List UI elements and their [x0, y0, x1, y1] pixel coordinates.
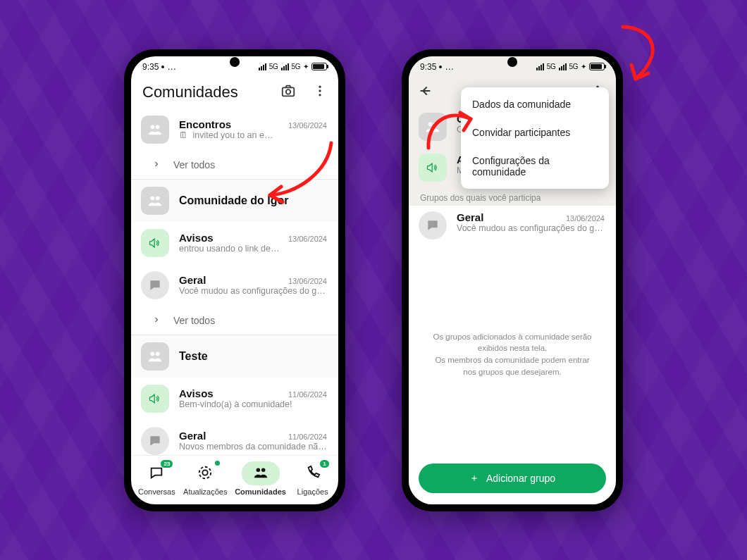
nav-label: Ligações: [297, 487, 328, 496]
chat-name: Encontros: [179, 118, 231, 130]
community-avatar-icon: [141, 187, 169, 215]
lock-icon: 🗓: [179, 130, 188, 140]
nav-updates[interactable]: Atualizações: [183, 461, 227, 496]
community-avatar-icon: [141, 116, 169, 144]
svg-point-14: [261, 468, 265, 472]
more-icon[interactable]: [313, 84, 327, 101]
communities-icon: [253, 465, 268, 480]
phone-screen-left: 9:35 … 5G 5G ✦ Comunidades: [131, 56, 338, 504]
svg-point-11: [203, 470, 208, 475]
status-cloud-icon: …: [167, 62, 176, 71]
status-wifi-icon: ✦: [303, 63, 309, 70]
chevron-right-icon: [152, 159, 161, 170]
info-line-1: Os grupos adicionados à comunidade serão…: [430, 331, 595, 354]
svg-point-1: [286, 89, 290, 94]
section-heading: Grupos dos quais você participa: [409, 189, 616, 206]
status-radio-1: 5G: [269, 63, 278, 70]
page-title: Comunidades: [142, 83, 238, 101]
camera-punchhole: [507, 57, 517, 67]
status-radio-2: 5G: [292, 63, 301, 70]
info-line-2: Os membros da comunidade podem entrar no…: [430, 354, 595, 378]
svg-point-7: [150, 196, 154, 200]
svg-point-6: [156, 125, 160, 129]
community-avatar-icon: [141, 342, 169, 371]
chat-preview: entrou usando o link de…: [179, 244, 327, 254]
svg-point-5: [150, 125, 154, 129]
camera-icon[interactable]: [280, 83, 296, 101]
nav-label: Conversas: [138, 487, 175, 496]
signal-icon-2: [281, 63, 289, 70]
nav-label: Atualizações: [183, 487, 227, 496]
announce-icon: [141, 385, 169, 413]
chat-date: 13/06/2024: [288, 235, 327, 243]
battery-icon: [311, 63, 327, 70]
see-all-label: Ver todos: [173, 315, 215, 326]
svg-point-13: [256, 468, 260, 472]
back-arrow-icon[interactable]: [417, 83, 433, 101]
add-group-label: Adicionar grupo: [486, 473, 555, 484]
camera-punchhole: [230, 57, 240, 67]
svg-point-9: [150, 351, 154, 356]
status-wifi-icon: ✦: [581, 63, 586, 70]
status-time: 9:35: [420, 62, 436, 72]
chat-preview: Novos membros da comunidade não serã…: [179, 442, 327, 452]
chat-name: Geral: [179, 430, 206, 442]
status-radio-2: 5G: [569, 63, 579, 70]
annotation-arrow-1: [257, 137, 342, 215]
chat-name: Avisos: [179, 232, 214, 244]
phone-icon: [305, 465, 321, 480]
svg-rect-0: [283, 87, 295, 96]
see-all-label: Ver todos: [173, 159, 215, 170]
community-header-row[interactable]: Teste: [131, 335, 338, 378]
phone-frame-left: 9:35 … 5G 5G ✦ Comunidades: [124, 49, 345, 511]
see-all-link[interactable]: Ver todos: [131, 306, 338, 335]
bottom-nav: 23 Conversas Atualizações Comunidades: [131, 455, 338, 504]
svg-point-8: [156, 196, 160, 200]
geral-row[interactable]: Geral 13/06/2024 Você mudou as configura…: [409, 206, 616, 247]
nav-calls[interactable]: 1 Ligações: [294, 461, 332, 496]
status-time: 9:35: [142, 62, 159, 72]
empty-state-info: Os grupos adicionados à comunidade serão…: [409, 331, 616, 378]
add-group-button[interactable]: ＋ Adicionar grupo: [419, 463, 606, 493]
chat-bubble-icon: [419, 211, 447, 239]
svg-point-4: [319, 94, 321, 96]
annotation-arrow-2: [421, 102, 485, 158]
status-dot-icon: [439, 66, 442, 68]
svg-point-10: [156, 351, 160, 356]
nav-badge: 23: [161, 460, 173, 468]
status-dot-icon: [161, 66, 164, 68]
community-chat-row[interactable]: Geral 13/06/2024 Você mudou as configura…: [131, 264, 338, 306]
chevron-right-icon: [152, 315, 161, 326]
chat-preview: Bem-vindo(a) à comunidade!: [179, 399, 327, 409]
annotation-arrow-3: [593, 21, 671, 92]
chat-bubble-icon: [141, 271, 169, 299]
nav-badge: 1: [320, 460, 328, 468]
nav-chats[interactable]: 23 Conversas: [137, 461, 175, 496]
chat-date: 11/06/2024: [288, 433, 327, 441]
chat-date: 13/06/2024: [288, 121, 327, 130]
signal-icon: [259, 63, 266, 70]
nav-dot: [215, 461, 220, 466]
app-header: Comunidades: [131, 77, 338, 108]
signal-icon-2: [559, 63, 567, 70]
chat-preview: Você mudou as configurações do grupo pa…: [179, 286, 327, 296]
chat-name: Geral: [457, 211, 483, 223]
status-cloud-icon: …: [445, 62, 454, 71]
community-chat-row[interactable]: Avisos 11/06/2024 Bem-vindo(a) à comunid…: [131, 378, 338, 420]
chat-date: 11/06/2024: [288, 390, 327, 399]
chat-date: 13/06/2024: [288, 277, 327, 285]
announce-icon: [141, 229, 169, 257]
community-title: Teste: [179, 350, 208, 363]
svg-point-2: [319, 85, 321, 87]
community-chat-row[interactable]: Geral 11/06/2024 Novos membros da comuni…: [131, 420, 338, 455]
status-radio-1: 5G: [547, 63, 556, 70]
signal-icon: [536, 63, 544, 70]
nav-label: Comunidades: [235, 487, 286, 496]
nav-communities[interactable]: Comunidades: [235, 461, 286, 496]
community-chat-row[interactable]: Avisos 13/06/2024 entrou usando o link d…: [131, 222, 338, 264]
chat-name: Avisos: [179, 387, 214, 399]
chat-name: Geral: [179, 274, 206, 286]
chat-preview: Você mudou as configurações do grupo pa…: [457, 223, 605, 233]
svg-point-3: [319, 89, 321, 92]
chat-date: 13/06/2024: [566, 214, 605, 223]
